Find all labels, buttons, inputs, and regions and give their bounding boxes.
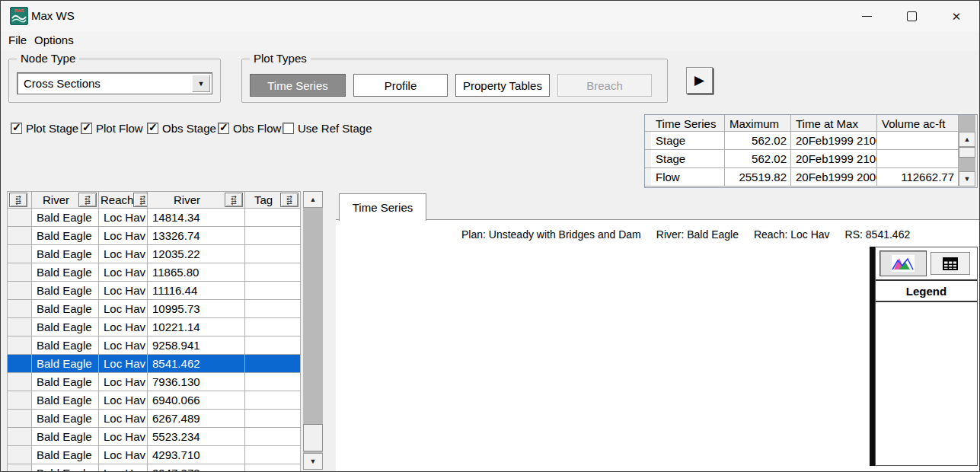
node-cell[interactable]: 10221.14 — [148, 318, 245, 336]
column-filter-button[interactable]: ⇄⇄ — [78, 193, 97, 207]
node-cell[interactable] — [245, 464, 301, 472]
node-cell[interactable] — [245, 318, 301, 336]
node-cell[interactable]: Loc Hav — [99, 373, 148, 391]
node-cell[interactable]: 11116.44 — [148, 282, 245, 300]
menu-file[interactable]: File — [5, 33, 30, 46]
node-cell[interactable]: 13326.74 — [148, 227, 245, 245]
node-cell[interactable]: Loc Hav — [99, 464, 148, 472]
node-cell[interactable]: 3947.378 — [148, 464, 245, 472]
node-row-header[interactable] — [8, 373, 32, 391]
filter-plot-flow[interactable]: Plot Flow — [81, 122, 143, 134]
node-scroll-track[interactable]: ▲▼ — [303, 191, 323, 470]
node-cell[interactable] — [245, 391, 301, 410]
node-cell[interactable] — [245, 209, 301, 227]
summary-header[interactable]: Maximum — [725, 115, 791, 132]
node-cell[interactable] — [245, 245, 301, 263]
column-filter-button[interactable]: ⇄⇄ — [280, 193, 298, 207]
node-cell[interactable]: Loc Hav — [99, 263, 148, 282]
node-cell[interactable]: Bald Eagle — [32, 282, 99, 300]
minimize-button[interactable] — [849, 1, 884, 31]
summary-scroll-up[interactable]: ▲ — [959, 132, 975, 147]
node-cell[interactable]: Loc Hav — [99, 300, 148, 318]
node-cell[interactable] — [245, 446, 301, 464]
node-cell[interactable] — [245, 410, 301, 428]
node-row-header[interactable] — [8, 300, 32, 318]
node-cell[interactable]: Bald Eagle — [32, 446, 99, 464]
combo-dropdown-icon[interactable]: ▼ — [192, 75, 210, 92]
node-cell[interactable]: Bald Eagle — [32, 336, 99, 355]
checkbox[interactable] — [218, 123, 229, 134]
node-cell[interactable]: 14814.34 — [148, 209, 245, 227]
summary-header[interactable]: Time Series — [651, 115, 725, 132]
node-row-header[interactable] — [8, 227, 32, 245]
node-cell[interactable]: Loc Hav — [99, 318, 148, 336]
column-filter-button[interactable]: ⇄⇄ — [133, 193, 148, 207]
node-cell[interactable]: Bald Eagle — [32, 245, 99, 263]
node-cell[interactable]: Bald Eagle — [32, 410, 99, 428]
node-cell[interactable]: Loc Hav — [99, 446, 148, 464]
node-cell[interactable] — [245, 227, 301, 245]
summary-header[interactable]: Time at Max — [791, 115, 877, 132]
node-cell[interactable]: Loc Hav — [99, 410, 148, 428]
node-row-header[interactable] — [8, 209, 32, 227]
node-cell[interactable]: Loc Hav — [99, 355, 148, 373]
summary-scrollbar[interactable]: ▲▼ — [959, 115, 975, 187]
checkbox[interactable] — [283, 123, 294, 134]
animate-button[interactable]: ▶ — [686, 67, 713, 94]
column-filter-button[interactable]: ⇄⇄ — [9, 193, 27, 207]
node-cell[interactable]: Bald Eagle — [32, 300, 99, 318]
node-row-header[interactable] — [8, 263, 32, 282]
node-type-combobox[interactable]: Cross Sections ▼ — [17, 72, 212, 94]
node-cell[interactable]: 6940.066 — [148, 391, 245, 410]
filter-plot-stage[interactable]: Plot Stage — [11, 122, 78, 134]
node-cell[interactable]: Bald Eagle — [32, 263, 99, 282]
plot-type-button-profile[interactable]: Profile — [353, 74, 448, 97]
node-cell[interactable]: Bald Eagle — [32, 318, 99, 336]
node-cell[interactable] — [245, 263, 301, 282]
legend-splitter[interactable] — [870, 247, 875, 466]
node-cell[interactable]: Loc Hav — [99, 282, 148, 300]
node-cell[interactable]: Loc Hav — [99, 245, 148, 263]
node-cell[interactable]: Bald Eagle — [32, 428, 99, 446]
node-row-header[interactable] — [8, 282, 32, 300]
node-cell[interactable]: 4293.710 — [148, 446, 245, 464]
node-scroll-down[interactable]: ▼ — [303, 453, 323, 470]
node-row-header[interactable] — [8, 410, 32, 428]
node-cell[interactable]: Bald Eagle — [32, 373, 99, 391]
checkbox[interactable] — [147, 123, 158, 134]
node-cell[interactable]: 10995.73 — [148, 300, 245, 318]
node-cell[interactable]: Bald Eagle — [32, 209, 99, 227]
column-filter-button[interactable]: ⇄⇄ — [225, 193, 243, 207]
node-table-scrollbar[interactable]: ▲▼ — [303, 191, 323, 470]
plot-type-button-property-tables[interactable]: Property Tables — [455, 74, 550, 97]
tab-time-series[interactable]: Time Series — [339, 193, 426, 221]
node-cell[interactable]: Bald Eagle — [32, 464, 99, 472]
node-cell[interactable]: Bald Eagle — [32, 355, 99, 373]
node-row-header[interactable] — [8, 446, 32, 464]
table-view-button[interactable] — [931, 252, 970, 275]
summary-header[interactable]: Volume ac-ft — [877, 115, 959, 132]
maximize-button[interactable] — [894, 1, 929, 31]
checkbox[interactable] — [81, 123, 92, 134]
node-cell[interactable]: 9258.941 — [148, 336, 245, 355]
node-row-header[interactable] — [8, 245, 32, 263]
node-row-header[interactable] — [8, 391, 32, 410]
node-row-header[interactable] — [8, 428, 32, 446]
node-row-header[interactable] — [8, 336, 32, 355]
summary-scroll-down[interactable]: ▼ — [959, 171, 975, 187]
node-cell[interactable]: Bald Eagle — [32, 227, 99, 245]
menu-options[interactable]: Options — [31, 33, 77, 46]
node-cell[interactable]: 12035.22 — [148, 245, 245, 263]
node-cell[interactable] — [245, 336, 301, 355]
node-cell[interactable] — [245, 282, 301, 300]
node-row-header[interactable] — [8, 355, 32, 373]
plot-view-button[interactable] — [879, 250, 927, 276]
node-cell[interactable]: Bald Eagle — [32, 391, 99, 410]
summary-scroll-thumb[interactable] — [959, 147, 975, 158]
node-cell[interactable] — [245, 373, 301, 391]
node-scroll-thumb[interactable] — [303, 424, 323, 451]
node-cell[interactable]: Loc Hav — [99, 428, 148, 446]
node-cell[interactable]: 5523.234 — [148, 428, 245, 446]
node-cell[interactable]: 7936.130 — [148, 373, 245, 391]
close-button[interactable]: ✕ — [939, 1, 974, 31]
